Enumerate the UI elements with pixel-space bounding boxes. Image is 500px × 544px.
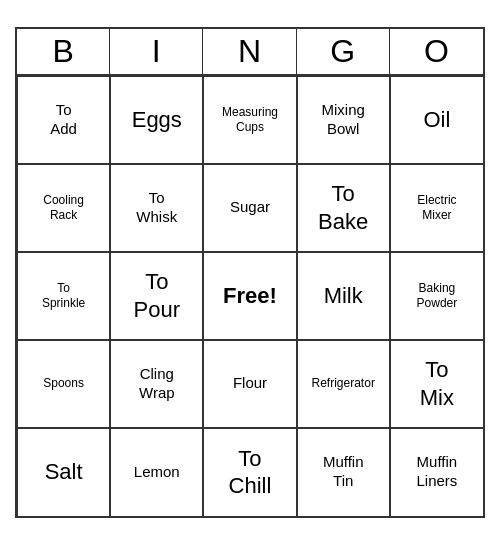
- bingo-cell-24: Muffin Liners: [390, 428, 483, 516]
- bingo-cell-12: Free!: [203, 252, 296, 340]
- bingo-cell-23: Muffin Tin: [297, 428, 390, 516]
- bingo-cell-2: Measuring Cups: [203, 76, 296, 164]
- bingo-cell-4: Oil: [390, 76, 483, 164]
- header-n: N: [203, 29, 296, 74]
- bingo-cell-6: To Whisk: [110, 164, 203, 252]
- bingo-cell-5: Cooling Rack: [17, 164, 110, 252]
- bingo-cell-17: Flour: [203, 340, 296, 428]
- header-o: O: [390, 29, 483, 74]
- header-i: I: [110, 29, 203, 74]
- bingo-cell-0: To Add: [17, 76, 110, 164]
- bingo-cell-13: Milk: [297, 252, 390, 340]
- bingo-cell-22: To Chill: [203, 428, 296, 516]
- header-g: G: [297, 29, 390, 74]
- bingo-cell-21: Lemon: [110, 428, 203, 516]
- bingo-cell-16: Cling Wrap: [110, 340, 203, 428]
- bingo-cell-10: To Sprinkle: [17, 252, 110, 340]
- bingo-header: B I N G O: [17, 29, 483, 76]
- bingo-cell-8: To Bake: [297, 164, 390, 252]
- bingo-cell-11: To Pour: [110, 252, 203, 340]
- bingo-cell-1: Eggs: [110, 76, 203, 164]
- bingo-cell-14: Baking Powder: [390, 252, 483, 340]
- bingo-card: B I N G O To AddEggsMeasuring CupsMixing…: [15, 27, 485, 518]
- bingo-cell-9: Electric Mixer: [390, 164, 483, 252]
- bingo-cell-20: Salt: [17, 428, 110, 516]
- header-b: B: [17, 29, 110, 74]
- bingo-cell-15: Spoons: [17, 340, 110, 428]
- bingo-grid: To AddEggsMeasuring CupsMixing BowlOilCo…: [17, 76, 483, 516]
- bingo-cell-18: Refrigerator: [297, 340, 390, 428]
- bingo-cell-3: Mixing Bowl: [297, 76, 390, 164]
- bingo-cell-7: Sugar: [203, 164, 296, 252]
- bingo-cell-19: To Mix: [390, 340, 483, 428]
